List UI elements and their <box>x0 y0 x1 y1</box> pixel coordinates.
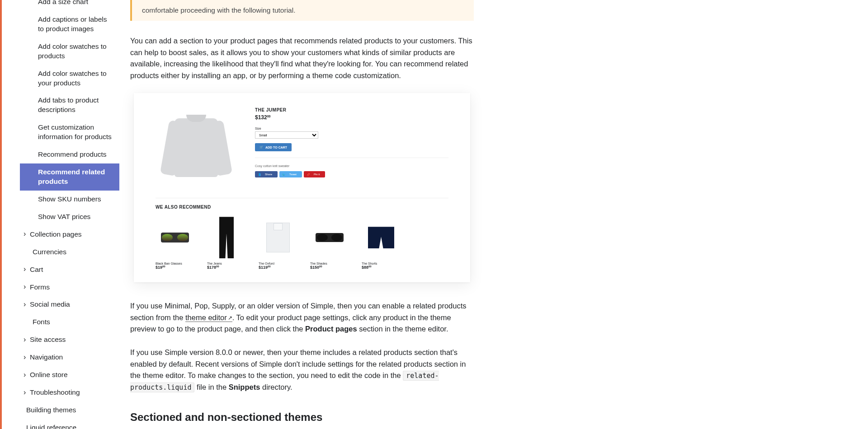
sidebar-item-fonts[interactable]: Fonts <box>20 313 119 331</box>
mock-share-row: 📘 Share 🐦 Tweet 📌 Pin it <box>255 171 448 177</box>
sidebar-nav: Add a size chart Add captions or labels … <box>20 0 119 429</box>
sidebar-item-currencies[interactable]: Currencies <box>20 243 119 261</box>
mock-share-pin[interactable]: 📌 Pin it <box>304 171 325 177</box>
intro-paragraph: You can add a section to your product pa… <box>130 35 474 81</box>
sidebar-parent-social-media[interactable]: Social media <box>20 296 119 313</box>
snippets-strong: Snippets <box>229 383 260 391</box>
mock-product-title: THE JUMPER <box>255 107 448 112</box>
caution-note: comfortable proceeding with the followin… <box>130 0 474 21</box>
mock-share-fb[interactable]: 📘 Share <box>255 171 278 177</box>
main-content: comfortable proceeding with the followin… <box>130 0 474 429</box>
sectioned-heading: Sectioned and non-sectioned themes <box>130 411 474 424</box>
mock-share-tw[interactable]: 🐦 Tweet <box>279 171 302 177</box>
mock-rec-card[interactable]: Black Ban Glasses $1900 <box>156 215 194 270</box>
sidebar-item-swatches-products[interactable]: Add color swatches to products <box>20 38 119 65</box>
mock-rec-card[interactable]: The Oxford $11900 <box>259 215 297 270</box>
sidebar-parent-troubleshooting[interactable]: Troubleshooting <box>20 384 119 401</box>
sidebar-item-sku[interactable]: Show SKU numbers <box>20 191 119 208</box>
mock-rec-card[interactable]: The Shades $15000 <box>310 215 349 270</box>
note-text: comfortable proceeding with the followin… <box>142 6 295 14</box>
sidebar-parent-site-access[interactable]: Site access <box>20 331 119 349</box>
sidebar-item-size-chart[interactable]: Add a size chart <box>20 0 119 11</box>
sidebar-item-captions[interactable]: Add captions or labels to product images <box>20 11 119 38</box>
product-pages-strong: Product pages <box>305 325 357 333</box>
paragraph-theme-editor: If you use Minimal, Pop, Supply, or an o… <box>130 300 474 335</box>
sidebar-item-liquid-reference[interactable]: Liquid reference <box>20 419 119 429</box>
sidebar-item-vat[interactable]: Show VAT prices <box>20 208 119 226</box>
mock-add-to-cart-button[interactable]: ADD TO CART <box>255 143 292 151</box>
sidebar-item-recommend-products[interactable]: Recommend products <box>20 146 119 163</box>
external-link-icon: ↗ <box>228 315 232 321</box>
mock-recommend-heading: WE ALSO RECOMMEND <box>156 205 448 210</box>
mock-size-label: Size <box>255 127 448 130</box>
mock-product-price: $13200 <box>255 114 448 121</box>
sidebar-parent-forms[interactable]: Forms <box>20 279 119 296</box>
sidebar-parent-navigation[interactable]: Navigation <box>20 349 119 366</box>
mock-product-image <box>156 106 237 191</box>
sidebar-item-tabs[interactable]: Add tabs to product descriptions <box>20 92 119 119</box>
sidebar-item-recommend-related[interactable]: Recommend related products <box>20 163 119 191</box>
paragraph-simple-theme: If you use Simple version 8.0.0 or newer… <box>130 347 474 393</box>
mock-description: Cosy cotton knit sweater <box>255 164 448 168</box>
sidebar-item-customization-info[interactable]: Get customization information for produc… <box>20 119 119 146</box>
sidebar-item-building-themes[interactable]: Building themes <box>20 401 119 419</box>
mock-rec-card[interactable]: The Shorts $8800 <box>362 215 401 270</box>
theme-editor-link[interactable]: theme editor↗ <box>185 313 232 322</box>
product-page-mock: THE JUMPER $13200 Size Small ADD TO CART… <box>134 93 470 282</box>
mock-rec-card[interactable]: The Jeans $17800 <box>207 215 246 270</box>
sidebar-parent-collection-pages[interactable]: Collection pages <box>20 226 119 243</box>
sidebar-parent-online-store[interactable]: Online store <box>20 366 119 384</box>
mock-size-select[interactable]: Small <box>255 131 318 139</box>
sidebar-item-swatches-your-products[interactable]: Add color swatches to your products <box>20 65 119 92</box>
sidebar-parent-cart[interactable]: Cart <box>20 261 119 279</box>
